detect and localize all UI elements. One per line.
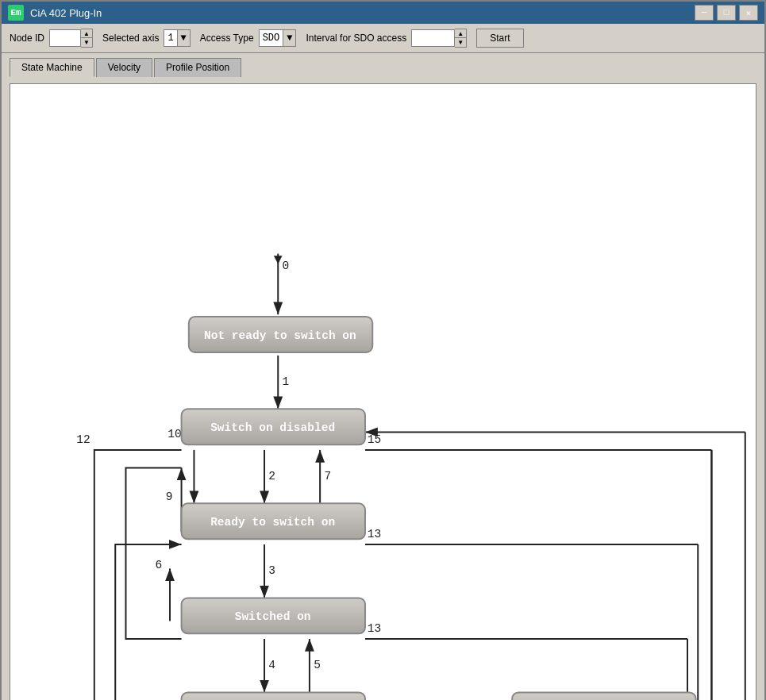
app-icon: Em [8,5,24,21]
access-type-label: Access Type [200,33,254,44]
node-id-spinbox-buttons: ▲ ▼ [81,29,93,48]
selected-axis-group: Selected axis 1 ▼ [102,29,191,47]
node-ready-label: Ready to switch on [210,516,335,529]
state-machine-diagram: 0 1 2 3 4 5 6 [10,84,756,700]
interval-spinbox[interactable]: 500 ms ▲ ▼ [411,29,467,48]
interval-label: Interval for SDO access [306,33,406,44]
label-10: 10 [167,428,181,440]
node-switch-on-disabled-label: Switch on disabled [210,421,335,434]
interval-decrement[interactable]: ▼ [455,38,466,47]
label-1: 1 [283,375,290,388]
diagram-container: 0 1 2 3 4 5 6 [10,83,756,700]
node-id-input[interactable]: 32 [49,29,81,47]
selected-axis-arrow: ▼ [177,30,190,46]
label-13-switched: 13 [368,622,381,635]
selected-axis-dropdown[interactable]: 1 ▼ [164,29,190,47]
access-type-dropdown[interactable]: SDO ▼ [259,29,297,47]
node-id-group: Node ID 32 ▲ ▼ [10,29,93,48]
node-switched-on-label: Switched on [235,610,311,623]
label-13-ready: 13 [368,528,381,540]
label-6: 6 [156,559,163,571]
selected-axis-label: Selected axis [102,33,159,44]
arrow-top-arrowhead [274,256,283,264]
tab-profile-position[interactable]: Profile Position [154,58,241,77]
label-12: 12 [76,433,90,446]
interval-input[interactable]: 500 ms [411,29,455,47]
title-buttons: ─ □ ✕ [695,5,758,21]
node-id-increment[interactable]: ▲ [81,29,92,38]
close-button[interactable]: ✕ [739,5,758,21]
interval-group: Interval for SDO access 500 ms ▲ ▼ [306,29,467,48]
node-id-label: Node ID [10,33,44,44]
maximize-button[interactable]: □ [717,5,736,21]
main-window: Em CiA 402 Plug-In ─ □ ✕ Node ID 32 ▲ ▼ … [0,0,766,700]
label-5: 5 [314,659,321,671]
selected-axis-value: 1 [164,31,176,45]
access-type-arrow: ▼ [283,30,295,46]
tab-state-machine[interactable]: State Machine [10,58,94,77]
label-7: 7 [324,470,331,483]
label-4: 4 [268,659,275,671]
node-not-ready-label: Not ready to switch on [204,329,356,342]
node-id-spinbox[interactable]: 32 ▲ ▼ [49,29,93,48]
label-0: 0 [283,260,290,272]
access-type-group: Access Type SDO ▼ [200,29,297,47]
toolbar: Node ID 32 ▲ ▼ Selected axis 1 ▼ Access … [2,24,764,53]
content-area: 0 1 2 3 4 5 6 [2,77,764,700]
interval-increment[interactable]: ▲ [455,29,466,38]
node-operation-enabled [182,692,365,700]
label-3: 3 [268,564,275,577]
arrow-9-path [125,467,181,639]
minimize-button[interactable]: ─ [695,5,714,21]
label-9: 9 [166,490,173,503]
access-type-value: SDO [260,31,283,45]
node-id-decrement[interactable]: ▼ [81,38,92,47]
label-13-sod: 15 [368,433,381,446]
label-2: 2 [268,470,275,483]
tabs: State Machine Velocity Profile Position [2,53,764,77]
arrow-12-path [94,450,182,700]
title-bar: Em CiA 402 Plug-In ─ □ ✕ [2,2,764,24]
interval-spinbox-buttons: ▲ ▼ [455,29,467,48]
start-button[interactable]: Start [476,29,523,48]
tab-velocity[interactable]: Velocity [96,58,152,77]
window-title: CiA 402 Plug-In [30,7,102,19]
node-fault-reaction [512,692,695,700]
title-bar-left: Em CiA 402 Plug-In [8,5,102,21]
